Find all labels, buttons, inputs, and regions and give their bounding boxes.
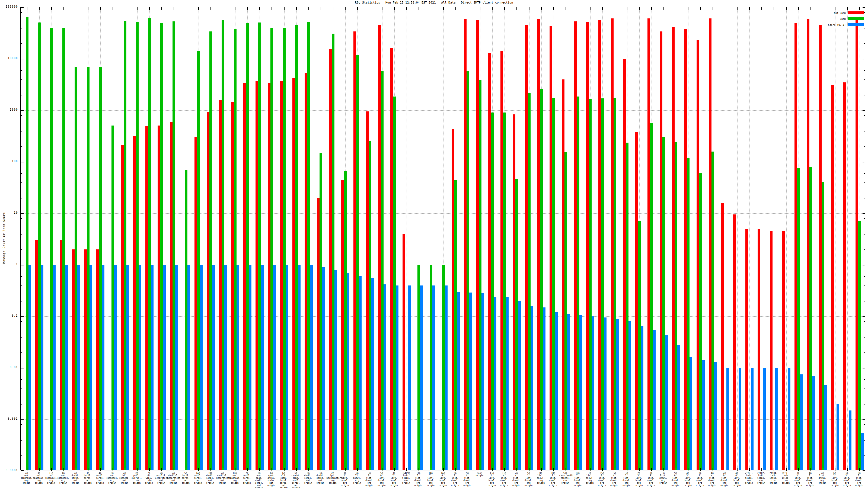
x-tick-label: 2ff01.iadb.isipp.comorigin: [743, 472, 755, 484]
x-tick-label-line: org: [106, 479, 118, 482]
x-tick-label-line: dnsbl.: [192, 475, 204, 477]
x-tick-label-line: origin: [204, 482, 216, 484]
y-minor-tick: [21, 455, 22, 456]
bar-score: [689, 357, 692, 470]
bar-not-spam: [366, 111, 369, 470]
x-tick-label-line: origin: [155, 482, 167, 484]
y-tick-label: 10: [0, 211, 18, 214]
x-tick: [847, 468, 848, 471]
x-tick-label-line: 11@: [45, 472, 57, 475]
x-tick-label: 14@Y.list.dnswl.orgorigin: [425, 472, 437, 487]
x-tick-label-line: dnsbl.: [278, 479, 290, 482]
x-tick-label-line: 1@: [584, 472, 596, 475]
bar-not-spam: [770, 231, 773, 470]
x-tick-label-line: dnsbl.: [82, 475, 94, 477]
bar-score: [861, 433, 864, 470]
bar-score: [151, 265, 154, 470]
x-tick-label-line: dnsbl.: [69, 475, 82, 477]
x-tick-label-line: org: [682, 482, 694, 484]
x-tick: [663, 468, 664, 471]
x-tick-label: 15@0.list.dnswl.orgorigin: [596, 472, 608, 487]
x-tick-label-line: list.: [363, 477, 375, 479]
x-tick-label-line: origin: [632, 484, 645, 487]
x-tick: [272, 468, 272, 471]
x-tick-label: 2ff04.iadb.isipp.comorigin: [767, 472, 780, 484]
x-tick-label: 4@3.list.dnswl.orgorigin: [682, 472, 694, 487]
x-tick: [713, 468, 713, 471]
y-minor-tick: [21, 379, 22, 380]
x-tick-label-line: 6@: [278, 472, 290, 475]
x-tick-label-line: list.: [437, 477, 449, 479]
x-tick-label: 2ff02.iadb.isipp.comorigin: [755, 472, 767, 484]
y-major-tick: [863, 419, 865, 420]
x-tick-label-line: origin: [278, 487, 290, 488]
x-tick: [223, 7, 223, 10]
x-tick-label-line: list.: [718, 477, 731, 479]
y-major-tick: [21, 265, 24, 265]
bar-not-spam: [390, 48, 393, 470]
y-minor-tick: [864, 455, 865, 456]
bar-not-spam: [305, 73, 307, 470]
x-tick: [615, 7, 615, 10]
x-tick: [308, 468, 309, 471]
x-tick-label-line: org: [412, 482, 425, 484]
x-tick-label-line: origin: [584, 482, 596, 484]
x-tick-label-line: sorbs.: [241, 477, 253, 479]
x-tick-label-line: list.: [498, 477, 510, 479]
legend-label-spam: Spam: [840, 18, 846, 20]
x-tick-label-line: dnsbl-2.: [167, 475, 180, 477]
bar-spam: [369, 141, 371, 470]
x-tick: [553, 7, 554, 10]
x-tick-label-line: dnswl.: [339, 479, 351, 482]
x-tick: [63, 7, 64, 10]
x-tick: [639, 468, 640, 471]
bar-spam: [699, 173, 702, 470]
x-tick-label-line: spamhaus.: [106, 477, 118, 479]
x-tick-label-line: dnsbl.: [204, 475, 216, 477]
x-tick-label-line: 15@: [608, 472, 620, 475]
x-tick: [762, 468, 762, 471]
x-tick: [578, 7, 578, 10]
x-tick-label-line: Y.: [510, 475, 522, 477]
x-tick: [100, 7, 101, 10]
x-tick-label-line: origin: [425, 484, 437, 487]
x-tick-label: 3@zen.spamhaus.orgorigin: [33, 472, 45, 484]
bar-spam: [258, 23, 261, 470]
bar-not-spam: [757, 229, 760, 470]
x-tick-label-line: org: [20, 479, 33, 482]
x-tick-label-line: 11@: [498, 472, 510, 475]
x-tick: [762, 7, 762, 10]
x-tick: [76, 7, 76, 10]
x-tick-label-line: dnswl.: [412, 479, 425, 482]
x-tick: [370, 468, 370, 471]
bar-spam: [234, 29, 237, 470]
x-tick: [198, 468, 199, 471]
x-tick-label-line: net: [118, 479, 130, 482]
x-tick: [100, 468, 101, 471]
x-tick-label-line: 9@: [694, 472, 706, 475]
x-tick-label-line: list.: [412, 477, 425, 479]
x-tick-label: 11@1.list.dnswl.orgorigin: [412, 472, 425, 487]
x-tick-label: 9@1.list.dnswl.orgorigin: [694, 472, 706, 487]
x-tick: [357, 7, 358, 10]
x-tick-label: 4@dnsbl.sorbs.netorigin: [94, 472, 106, 484]
x-tick-label-line: 6@: [290, 472, 302, 475]
y-minor-tick: [864, 286, 865, 286]
bar-spam: [675, 142, 677, 470]
x-tick: [835, 7, 835, 10]
x-tick-label-line: 5@: [522, 472, 535, 475]
y-minor-tick: [21, 286, 22, 286]
bar-score: [187, 265, 190, 470]
bar-spam: [662, 137, 665, 470]
y-minor-tick: [864, 95, 865, 95]
x-tick: [627, 7, 627, 10]
x-tick-label-line: origin: [535, 482, 547, 484]
x-tick-label-line: dnswl.: [632, 479, 645, 482]
x-tick-label-line: origin: [841, 484, 853, 487]
x-tick: [774, 7, 774, 10]
x-tick-label-line: org: [486, 482, 498, 484]
x-tick-label-line: 3@: [82, 472, 94, 475]
x-tick: [859, 468, 860, 471]
x-tick-label-line: com: [743, 479, 755, 482]
x-tick-label-line: list.: [547, 477, 559, 479]
